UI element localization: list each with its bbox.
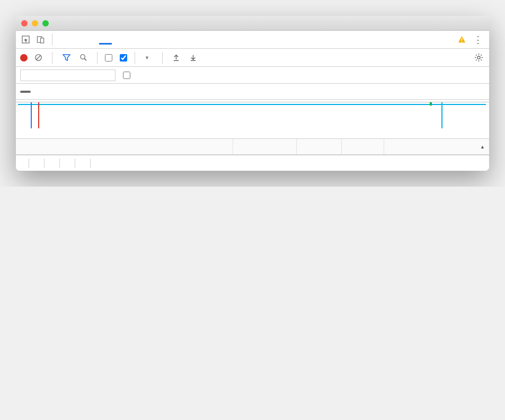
col-priority[interactable] [342, 139, 384, 154]
device-toolbar-icon[interactable] [34, 33, 47, 46]
record-button[interactable] [20, 54, 28, 62]
preserve-log-checkbox[interactable] [105, 54, 116, 62]
filter-row [16, 67, 489, 84]
panel-tabstrip: ⋮ [16, 31, 489, 49]
col-name[interactable] [16, 139, 233, 154]
tab-memory[interactable] [127, 35, 139, 45]
tab-network[interactable] [99, 35, 112, 45]
element-selector-icon[interactable] [19, 33, 32, 46]
tab-elements[interactable] [58, 35, 70, 45]
clear-icon[interactable] [32, 51, 45, 64]
filter-icon[interactable] [60, 51, 73, 64]
col-type[interactable] [233, 139, 297, 154]
download-har-icon[interactable] [187, 51, 200, 64]
close-window-button[interactable] [21, 20, 28, 27]
panel-tabs [58, 35, 153, 45]
request-table-header: ▲ [16, 139, 489, 155]
svg-rect-2 [40, 38, 43, 43]
sort-asc-icon: ▲ [480, 144, 485, 150]
filter-input[interactable] [20, 69, 116, 81]
type-filter-row [16, 84, 489, 100]
svg-line-6 [36, 56, 40, 60]
type-all[interactable] [20, 91, 31, 93]
warning-counter[interactable] [458, 36, 468, 43]
traffic-lights [21, 20, 49, 27]
zoom-window-button[interactable] [42, 20, 49, 27]
tab-sources[interactable] [85, 35, 98, 45]
timeline-overview[interactable] [16, 100, 489, 139]
chevron-down-icon: ▼ [145, 55, 149, 60]
svg-point-7 [80, 55, 84, 59]
throttling-select[interactable]: ▼ [135, 52, 155, 64]
statusbar [16, 155, 489, 171]
network-toolbar: ▼ [16, 49, 489, 67]
upload-har-icon[interactable] [170, 51, 183, 64]
svg-point-11 [477, 56, 480, 59]
disable-cache-checkbox[interactable] [120, 54, 130, 62]
devtools-window: ⋮ ▼ [16, 16, 489, 171]
tab-performance[interactable] [113, 35, 126, 45]
svg-rect-4 [462, 41, 463, 42]
tab-console[interactable] [72, 35, 84, 45]
hide-data-urls-checkbox[interactable] [123, 72, 134, 79]
devtools-menu[interactable]: ⋮ [473, 34, 483, 46]
col-waterfall[interactable]: ▲ [384, 139, 489, 154]
tab-overflow[interactable] [140, 35, 153, 45]
titlebar [16, 16, 489, 31]
svg-rect-3 [462, 38, 463, 41]
svg-line-8 [84, 58, 86, 60]
minimize-window-button[interactable] [32, 20, 38, 27]
search-icon[interactable] [77, 51, 90, 64]
col-size[interactable] [297, 139, 342, 154]
network-settings-icon[interactable] [472, 51, 485, 64]
